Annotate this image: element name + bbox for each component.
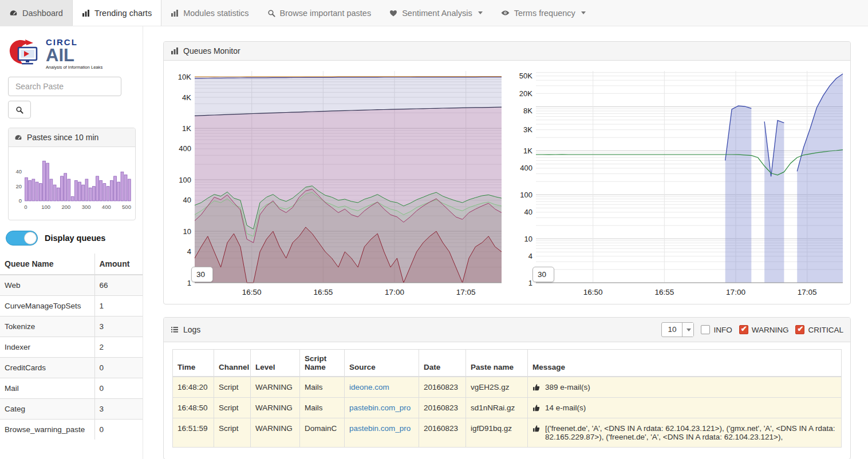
queues-right-chart-wrap: 50K20K8K3K1K40010040104116:5016:5517:001…: [510, 66, 845, 302]
dashboard-icon: [9, 9, 18, 17]
svg-text:17:00: 17:00: [385, 288, 404, 296]
table-row: Browse_warning_paste0: [0, 420, 143, 440]
log-script: Mails: [300, 377, 345, 398]
warning-checkbox[interactable]: [739, 325, 748, 334]
pastes-since-header: Pastes since 10 min: [9, 128, 135, 147]
svg-text:4K: 4K: [182, 93, 191, 102]
log-source-link[interactable]: ideone.com: [349, 383, 389, 391]
svg-text:4: 4: [187, 247, 191, 256]
nav-label: Trending charts: [94, 9, 152, 18]
queue-amount: 0: [94, 378, 143, 399]
svg-text:1: 1: [187, 279, 191, 287]
logs-panel: Logs 10 INFO WARNING CRITICAL: [163, 317, 851, 459]
log-source-link[interactable]: pastebin.com_pro: [349, 403, 411, 412]
toggle-knob: [24, 232, 37, 244]
page-size-select[interactable]: 10: [661, 322, 694, 337]
display-queues-toggle[interactable]: [6, 231, 38, 246]
search-icon: [267, 9, 275, 17]
chevron-down-icon: [478, 11, 483, 14]
svg-text:8K: 8K: [523, 106, 532, 115]
log-level: WARNING: [251, 418, 300, 448]
chevron-down-icon: [581, 11, 586, 14]
svg-text:20K: 20K: [519, 89, 532, 98]
table-row: Categ3: [0, 399, 143, 420]
right-range-input[interactable]: [532, 267, 554, 282]
logs-table: Time Channel Level Script Name Source Da…: [172, 349, 842, 448]
svg-text:1K: 1K: [523, 147, 532, 155]
queue-amount: 0: [94, 358, 143, 378]
amount-header: Amount: [94, 254, 143, 275]
top-navbar: Dashboard Trending charts Modules statis…: [0, 0, 868, 26]
queue-amount: 3: [94, 316, 143, 337]
info-checkbox[interactable]: [701, 325, 710, 334]
svg-text:1: 1: [528, 279, 532, 287]
brand-tagline: Analysis of Information Leaks: [46, 65, 102, 70]
svg-text:17:05: 17:05: [798, 288, 817, 296]
col-channel: Channel: [214, 350, 251, 377]
col-level: Level: [251, 350, 300, 377]
log-script: Mails: [300, 398, 345, 418]
svg-text:16:55: 16:55: [313, 288, 333, 296]
table-row: CreditCards0: [0, 358, 143, 378]
queues-amount-table: Queue Name Amount Web66 CurveManageTopSe…: [0, 254, 143, 440]
col-message: Message: [528, 350, 842, 377]
search-icon: [15, 106, 23, 114]
queues-monitor-panel: Queues Monitor 10K4K1K40010040104116:501…: [163, 41, 851, 304]
filter-info[interactable]: INFO: [701, 325, 732, 334]
nav-browse-important-pastes[interactable]: Browse important pastes: [258, 0, 381, 26]
svg-text:16:55: 16:55: [654, 288, 674, 296]
log-channel: Script: [214, 418, 251, 448]
filter-critical[interactable]: CRITICAL: [795, 325, 843, 334]
pastes-since-title: Pastes since 10 min: [27, 133, 98, 142]
svg-text:100: 100: [41, 204, 50, 210]
svg-text:200: 200: [61, 204, 70, 210]
svg-text:10: 10: [524, 235, 532, 243]
col-script-name: Script Name: [300, 350, 345, 377]
left-range-input[interactable]: [191, 267, 213, 282]
list-icon: [171, 326, 179, 334]
log-level: WARNING: [251, 377, 300, 398]
svg-text:0: 0: [24, 204, 27, 210]
table-row: Indexer2: [0, 337, 143, 358]
nav-dashboard[interactable]: Dashboard: [0, 0, 72, 26]
nav-label: Dashboard: [22, 9, 63, 18]
log-source-link[interactable]: pastebin.com_pro: [349, 424, 411, 433]
critical-checkbox[interactable]: [795, 325, 804, 334]
svg-text:16:50: 16:50: [583, 288, 603, 296]
queue-name: Tokenize: [0, 316, 94, 337]
queues-right-chart[interactable]: 50K20K8K3K1K40010040104116:5016:5517:001…: [510, 66, 845, 300]
log-message: [('freenet.de', 'A', <DNS IN A rdata: 62…: [545, 424, 837, 441]
svg-text:17:05: 17:05: [456, 288, 476, 296]
nav-label: Terms frequency: [514, 9, 575, 18]
log-date: 20160823: [419, 398, 466, 418]
nav-terms-frequency[interactable]: Terms frequency: [492, 0, 595, 26]
nav-modules-statistics[interactable]: Modules statistics: [161, 0, 258, 26]
nav-label: Sentiment Analysis: [402, 9, 472, 18]
svg-text:3K: 3K: [523, 125, 532, 134]
queue-name: Browse_warning_paste: [0, 420, 94, 440]
info-label: INFO: [713, 326, 732, 334]
col-time: Time: [173, 350, 214, 377]
queue-amount: 3: [94, 399, 143, 420]
queues-left-chart[interactable]: 10K4K1K40010040104116:5016:5517:0017:05: [168, 66, 504, 300]
nav-trending-charts[interactable]: Trending charts: [72, 0, 161, 26]
log-channel: Script: [214, 398, 251, 418]
brand-ail: AIL: [46, 47, 102, 64]
bar-chart-icon: [171, 9, 179, 17]
queue-amount: 0: [94, 420, 143, 440]
log-paste-name: sd1nNRai.gz: [466, 398, 528, 418]
queue-name: Indexer: [0, 337, 94, 358]
search-paste-input[interactable]: [8, 77, 121, 96]
nav-sentiment-analysis[interactable]: Sentiment Analysis: [380, 0, 492, 26]
table-row: CurveManageTopSets1: [0, 296, 143, 316]
log-time: 16:48:50: [173, 398, 214, 418]
svg-text:4: 4: [528, 252, 532, 260]
search-button[interactable]: [8, 101, 31, 118]
log-level: WARNING: [251, 398, 300, 418]
filter-warning[interactable]: WARNING: [739, 325, 789, 334]
pastes-since-panel: Pastes since 10 min 02040010020030040050…: [8, 128, 136, 220]
main-content: Queues Monitor 10K4K1K40010040104116:501…: [143, 26, 868, 459]
chevron-down-icon: [682, 323, 693, 337]
critical-label: CRITICAL: [808, 326, 843, 334]
svg-text:100: 100: [520, 191, 532, 199]
